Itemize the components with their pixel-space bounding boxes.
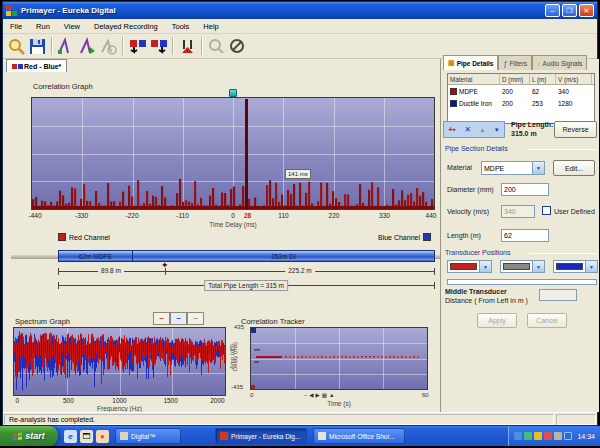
tracker-x0: 0 [250, 392, 253, 398]
tab-filters[interactable]: ƒ Filters [498, 55, 532, 70]
auto-scale-icon[interactable] [98, 36, 119, 57]
user-defined-label: User Defined [554, 208, 595, 215]
table-row[interactable]: Ductile Iron 200 253 1280 [448, 97, 594, 109]
move-down-icon[interactable]: ▼ [494, 127, 500, 133]
pipe-segment-di[interactable]: 253m DI [133, 251, 434, 261]
delete-section-icon[interactable]: ✕ [464, 125, 471, 134]
stop-icon[interactable] [227, 36, 248, 57]
close-button[interactable]: ✕ [579, 4, 594, 17]
section-toolbar: +▪ ✕ ▲ ▼ [443, 121, 505, 138]
download-blue-logger-icon[interactable] [148, 36, 169, 57]
panel-tabs: ▦ Pipe Details ƒ Filters ♪ Audio Signals [443, 55, 599, 70]
toolbar-separator [122, 37, 124, 55]
grey-spectrum-toggle[interactable]: ~ [187, 312, 204, 325]
tracker-grid-icon[interactable]: ▦ [322, 392, 327, 398]
peak-annotation: 141 ms [285, 169, 311, 179]
update-icon[interactable] [554, 432, 562, 440]
menu-view[interactable]: View [57, 21, 87, 32]
chevron-down-icon[interactable]: ▼ [585, 261, 597, 272]
audio-signals-icon: ♪ [537, 60, 541, 67]
tracker-up-icon[interactable]: ▲ [329, 392, 334, 398]
titlebar: Primayer - Eureka Digital – ❐ ✕ [3, 2, 597, 19]
blue-logger-icon [18, 64, 23, 69]
material-combo[interactable]: MDPE ▼ [481, 161, 545, 175]
pipe-materials-table[interactable]: Material D (mm) L (m) V (m/s) MDPE 200 6… [447, 73, 595, 124]
correlation-plot[interactable] [32, 98, 434, 209]
scan-icon[interactable] [544, 432, 552, 440]
start-button[interactable]: start [0, 426, 58, 446]
blue-transducer-swatch [556, 263, 583, 270]
red-channel-label: Red Channel [69, 234, 110, 241]
left-transducer-combo[interactable]: ▼ [447, 260, 492, 273]
apply-button[interactable]: Apply [477, 313, 517, 328]
red-spectrum-toggle[interactable]: ~ [153, 312, 170, 325]
menu-help[interactable]: Help [196, 21, 225, 32]
taskbar-button-primayer[interactable]: Primayer - Eureka Dig... [215, 428, 307, 444]
band-filter-icon[interactable] [177, 36, 198, 57]
add-section-icon[interactable]: +▪ [448, 125, 456, 134]
shield-icon[interactable] [534, 432, 542, 440]
volume-icon[interactable] [564, 432, 572, 440]
save-icon[interactable] [27, 36, 48, 57]
blue-spectrum-toggle[interactable]: ~ [170, 312, 187, 325]
middle-transducer-input [539, 289, 577, 301]
tab-pipe-details-label: Pipe Details [457, 60, 494, 67]
tab-audio-signals[interactable]: ♪ Audio Signals [532, 55, 587, 70]
reverse-button[interactable]: Reverse [554, 121, 597, 138]
right-transducer-combo[interactable]: ▼ [553, 260, 598, 273]
pipe-segment-mdpe[interactable]: 62m MDPE [59, 251, 133, 261]
axis-tick: -110 [176, 212, 189, 219]
minimize-button[interactable]: – [545, 4, 560, 17]
menu-tools[interactable]: Tools [165, 21, 197, 32]
screen: Primayer - Eureka Digital – ❐ ✕ File Run… [0, 0, 600, 448]
zoom-icon[interactable] [206, 36, 227, 57]
axis-tick: 0 [231, 212, 235, 219]
pipe-schematic[interactable]: 62m MDPE 253m DI [58, 250, 435, 262]
spectrum-plot-frame [13, 327, 226, 396]
system-tray: 14:34 [508, 426, 600, 446]
download-red-logger-icon[interactable] [127, 36, 148, 57]
chevron-down-icon[interactable]: ▼ [532, 162, 544, 174]
menu-delayed-recording[interactable]: Delayed Recording [87, 21, 165, 32]
length-input[interactable]: 62 [501, 229, 549, 242]
tracker-zoom-out-icon[interactable]: − [304, 392, 307, 398]
group-divider [527, 149, 596, 150]
show-desktop-icon[interactable]: 🗔 [80, 430, 93, 443]
peak-cursor-handle[interactable] [229, 89, 237, 97]
messenger-icon[interactable] [524, 432, 532, 440]
tracker-right-icon[interactable]: ▶ [315, 392, 319, 398]
chevron-down-icon[interactable]: ▼ [532, 261, 544, 272]
taskbar-button-office[interactable]: Microsoft Office Shor... [313, 428, 405, 444]
move-up-icon[interactable]: ▲ [479, 127, 485, 133]
user-defined-checkbox[interactable] [542, 206, 551, 215]
leak-left-distance: 89.8 m [98, 267, 124, 275]
maximize-button[interactable]: ❐ [562, 4, 577, 17]
open-correlation-icon[interactable] [6, 36, 27, 57]
display-icon[interactable] [514, 432, 522, 440]
menubar: File Run View Delayed Recording Tools He… [3, 19, 597, 34]
show-peak-icon[interactable] [56, 36, 77, 57]
table-row[interactable]: MDPE 200 62 340 [448, 85, 594, 97]
tab-pipe-details[interactable]: ▦ Pipe Details [443, 55, 498, 70]
chevron-down-icon[interactable]: ▼ [479, 261, 491, 272]
task-icon [318, 432, 326, 440]
axis-tick: -440 [29, 212, 42, 219]
tracker-ymin: -435 [231, 384, 243, 390]
status-pane-right [556, 414, 596, 425]
menu-run[interactable]: Run [29, 21, 57, 32]
tab-red-blue[interactable]: Red - Blue* [6, 59, 67, 72]
spectrum-plot[interactable] [14, 328, 225, 395]
middle-transducer-combo[interactable]: ▼ [500, 260, 545, 273]
re-analyse-icon[interactable] [77, 36, 98, 57]
transducer-position-bar[interactable] [447, 279, 597, 285]
diameter-input[interactable]: 200 [501, 183, 549, 196]
internet-explorer-icon[interactable]: e [64, 430, 77, 443]
taskbar-button-digital[interactable]: Digital™ [115, 428, 181, 444]
media-player-icon[interactable]: ● [96, 430, 109, 443]
tracker-plot[interactable] [251, 328, 427, 389]
axis-tick: 110 [278, 212, 288, 219]
cancel-button[interactable]: Cancel [527, 313, 567, 328]
tracker-left-icon[interactable]: ◀ [309, 392, 313, 398]
edit-button[interactable]: Edit... [553, 160, 595, 176]
menu-file[interactable]: File [3, 21, 29, 32]
